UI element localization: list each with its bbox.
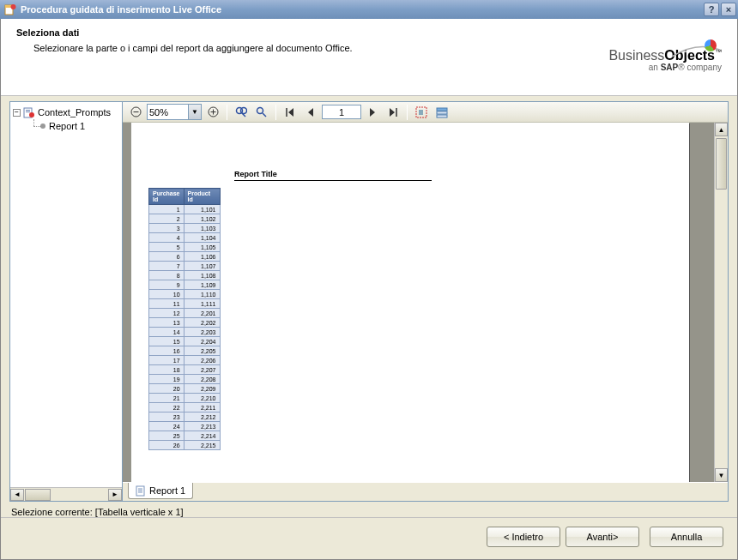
table-cell[interactable]: 2,207 <box>184 365 220 375</box>
table-row[interactable]: 11,101 <box>149 205 221 214</box>
table-cell[interactable]: 2,206 <box>184 356 220 365</box>
table-row[interactable]: 222,211 <box>149 403 221 412</box>
table-cell[interactable]: 17 <box>149 356 184 365</box>
table-cell[interactable]: 1,105 <box>184 243 220 252</box>
select-mode-button[interactable] <box>412 104 431 121</box>
table-row[interactable]: 152,204 <box>149 337 221 346</box>
table-cell[interactable]: 26 <box>149 441 184 450</box>
table-row[interactable]: 41,104 <box>149 233 221 243</box>
table-row[interactable]: 61,106 <box>149 252 221 262</box>
column-header[interactable]: Purchase Id <box>149 189 184 205</box>
table-row[interactable]: 111,111 <box>149 299 221 309</box>
table-cell[interactable]: 13 <box>149 318 184 328</box>
report-table[interactable]: Purchase IdProduct Id 11,10121,10231,103… <box>148 188 221 450</box>
table-row[interactable]: 212,210 <box>149 394 221 403</box>
tree-toggle-icon[interactable]: − <box>13 109 21 117</box>
cancel-button[interactable]: Annulla <box>650 527 723 547</box>
table-cell[interactable]: 11 <box>149 299 184 309</box>
table-cell[interactable]: 4 <box>149 233 184 243</box>
table-cell[interactable]: 2,202 <box>184 318 220 328</box>
report-title[interactable]: Report Title <box>234 170 432 181</box>
table-cell[interactable]: 1 <box>149 205 184 214</box>
report-v-scrollbar[interactable]: ▲ ▼ <box>714 123 728 482</box>
table-row[interactable]: 91,109 <box>149 280 221 290</box>
help-button[interactable]: ? <box>704 3 719 16</box>
table-cell[interactable]: 19 <box>149 375 184 384</box>
table-cell[interactable]: 1,109 <box>184 280 220 290</box>
table-cell[interactable]: 10 <box>149 290 184 299</box>
table-cell[interactable]: 1,103 <box>184 224 220 233</box>
column-header[interactable]: Product Id <box>184 189 220 205</box>
table-row[interactable]: 122,201 <box>149 309 221 318</box>
table-cell[interactable]: 16 <box>149 346 184 356</box>
table-cell[interactable]: 14 <box>149 328 184 337</box>
zoom-select[interactable]: 50% ▼ <box>147 104 202 120</box>
table-row[interactable]: 232,212 <box>149 412 221 422</box>
close-button[interactable]: × <box>721 3 736 16</box>
table-row[interactable]: 172,206 <box>149 356 221 365</box>
last-page-button[interactable] <box>384 104 402 121</box>
table-cell[interactable]: 20 <box>149 384 184 394</box>
table-cell[interactable]: 22 <box>149 403 184 412</box>
table-cell[interactable]: 2,205 <box>184 346 220 356</box>
table-row[interactable]: 202,209 <box>149 384 221 394</box>
table-cell[interactable]: 2,213 <box>184 422 220 431</box>
scroll-thumb-v[interactable] <box>716 138 727 190</box>
table-cell[interactable]: 1,104 <box>184 233 220 243</box>
scroll-thumb[interactable] <box>25 489 51 501</box>
table-cell[interactable]: 2,215 <box>184 441 220 450</box>
tree-h-scrollbar[interactable]: ◄ ► <box>10 487 122 501</box>
table-cell[interactable]: 2,209 <box>184 384 220 394</box>
table-cell[interactable]: 25 <box>149 431 184 441</box>
scroll-left-icon[interactable]: ◄ <box>10 489 24 501</box>
table-row[interactable]: 101,110 <box>149 290 221 299</box>
tree-child-node[interactable]: Report 1 <box>30 119 119 133</box>
table-cell[interactable]: 1,110 <box>184 290 220 299</box>
table-cell[interactable]: 15 <box>149 337 184 346</box>
table-cell[interactable]: 23 <box>149 412 184 422</box>
report-viewport[interactable]: Report Title Purchase IdProduct Id 11,10… <box>123 123 714 482</box>
table-row[interactable]: 162,205 <box>149 346 221 356</box>
zoom-out-button[interactable] <box>126 104 145 121</box>
prev-page-button[interactable] <box>301 104 320 121</box>
scroll-right-icon[interactable]: ► <box>108 489 122 501</box>
table-cell[interactable]: 24 <box>149 422 184 431</box>
zoom-in-button[interactable] <box>203 104 222 121</box>
table-cell[interactable]: 1,101 <box>184 205 220 214</box>
table-cell[interactable]: 1,111 <box>184 299 220 309</box>
table-cell[interactable]: 2 <box>149 214 184 224</box>
table-cell[interactable]: 6 <box>149 252 184 262</box>
table-cell[interactable]: 12 <box>149 309 184 318</box>
table-cell[interactable]: 2,203 <box>184 328 220 337</box>
find-next-button[interactable] <box>252 104 271 121</box>
table-cell[interactable]: 2,214 <box>184 431 220 441</box>
table-cell[interactable]: 8 <box>149 271 184 280</box>
first-page-button[interactable] <box>281 104 299 121</box>
table-cell[interactable]: 3 <box>149 224 184 233</box>
table-row[interactable]: 132,202 <box>149 318 221 328</box>
table-row[interactable]: 51,105 <box>149 243 221 252</box>
next-page-button[interactable] <box>363 104 382 121</box>
table-cell[interactable]: 9 <box>149 280 184 290</box>
scroll-up-icon[interactable]: ▲ <box>715 123 728 136</box>
next-button[interactable]: Avanti> <box>566 527 639 547</box>
table-row[interactable]: 252,214 <box>149 431 221 441</box>
table-row[interactable]: 31,103 <box>149 224 221 233</box>
table-row[interactable]: 242,213 <box>149 422 221 431</box>
table-cell[interactable]: 1,102 <box>184 214 220 224</box>
table-row[interactable]: 192,208 <box>149 375 221 384</box>
scroll-down-icon[interactable]: ▼ <box>715 468 728 482</box>
table-cell[interactable]: 5 <box>149 243 184 252</box>
table-cell[interactable]: 2,211 <box>184 403 220 412</box>
table-cell[interactable]: 2,204 <box>184 337 220 346</box>
table-row[interactable]: 142,203 <box>149 328 221 337</box>
table-row[interactable]: 262,215 <box>149 441 221 450</box>
table-cell[interactable]: 2,212 <box>184 412 220 422</box>
table-cell[interactable]: 7 <box>149 262 184 271</box>
table-row[interactable]: 21,102 <box>149 214 221 224</box>
table-cell[interactable]: 2,208 <box>184 375 220 384</box>
table-cell[interactable]: 2,210 <box>184 394 220 403</box>
table-cell[interactable]: 1,107 <box>184 262 220 271</box>
tree-root-node[interactable]: − Context_Prompts <box>13 105 119 119</box>
table-row[interactable]: 81,108 <box>149 271 221 280</box>
